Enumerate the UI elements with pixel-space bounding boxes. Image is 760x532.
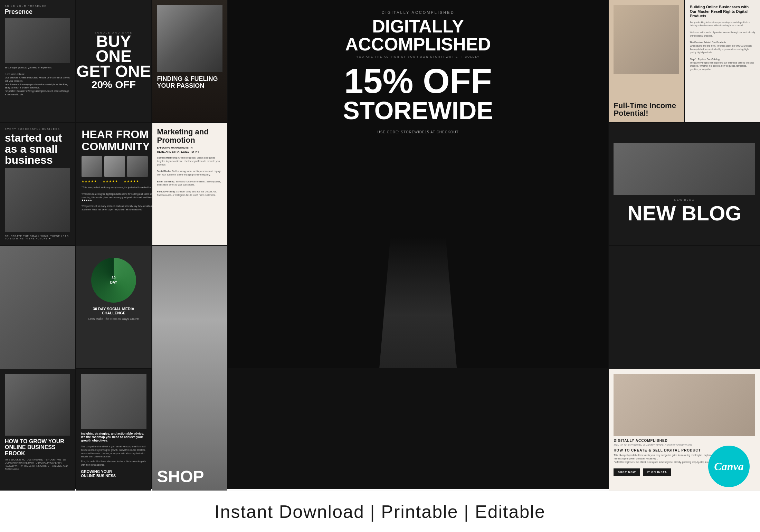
- every-biz-tag: EVERY SUCCESSFUL BUSINESS: [5, 128, 70, 130]
- grow2-title: insights, strategies, and actionable adv…: [81, 432, 146, 442]
- card-finding: FINDING & FUELING YOUR PASSION: [152, 0, 227, 122]
- bottom-tagline: Instant Download | Printable | Editable: [215, 501, 545, 522]
- bogo-off-text: 20% OFF: [92, 79, 136, 91]
- fulltime-photo: [614, 5, 679, 74]
- card-small-biz: EVERY SUCCESSFUL BUSINESS started out as…: [0, 123, 75, 245]
- da-insta-title: DIGITALLY ACCOMPLISHED: [614, 439, 755, 443]
- shop-lady-bg: [152, 246, 227, 491]
- canva-badge[interactable]: Canva: [708, 446, 750, 487]
- day30-inner-label: 30DAY: [110, 276, 117, 285]
- presence-image: [5, 18, 70, 63]
- da-insta-photo: [614, 374, 755, 436]
- nb-statue-photo: [614, 143, 755, 195]
- card-marketing: Marketing and Promotion EFFECTIVE MARKET…: [152, 123, 227, 245]
- presence-body: ell our digital products, you need an le…: [5, 66, 70, 96]
- card-shop-lady: SHOP: [152, 246, 227, 491]
- nb-pretitle: NEW BLOG: [674, 198, 695, 201]
- stars-3: ★★★★★: [124, 180, 139, 183]
- da-on-insta-btn[interactable]: IT ON INSTA: [643, 468, 671, 476]
- person-silhouette: [363, 237, 473, 368]
- mktg-effective: EFFECTIVE MARKETING IS TH: [157, 146, 222, 149]
- building-body: Are you looking to transform your entrep…: [690, 21, 755, 71]
- nb-title: NEW BLOG: [627, 201, 741, 225]
- da-shop-now-btn[interactable]: SHOP NOW: [614, 468, 640, 476]
- storewide-text: STOREWIDE: [343, 96, 493, 125]
- stars-2: ★★★★★: [103, 180, 118, 183]
- thumb-3: [127, 156, 148, 177]
- mosaic-grid: BUILD YOUR PRESENCE Presence ell our dig…: [0, 0, 760, 489]
- finding-image: [157, 5, 222, 72]
- card-grow2: insights, strategies, and actionable adv…: [76, 369, 151, 491]
- shop-big-label: SHOP: [157, 467, 222, 486]
- stars-1: ★★★★★: [82, 180, 97, 183]
- bottom-bar: Instant Download | Printable | Editable: [0, 491, 760, 532]
- mktg-strategies: HERE ARE STRATEGIES TO PR: [157, 150, 222, 153]
- mktg-title: Marketing and Promotion: [157, 128, 222, 144]
- discount-pct: 15% OFF: [344, 65, 492, 96]
- card-ebook: HOW TO GROW YOUR ONLINE BUSINESS EBOOK T…: [0, 369, 75, 491]
- sb-celebrate: CELEBRATE THE SMALL WINS, THESE LEAD TO …: [5, 235, 70, 240]
- presence-tag: BUILD YOUR PRESENCE: [5, 5, 70, 7]
- card-main-center: DIGITALLY ACCOMPLISHED DIGITALLYACCOMPLI…: [228, 0, 608, 368]
- day30-circle: 30DAY: [91, 258, 136, 303]
- canva-label: Canva: [714, 460, 743, 473]
- ebook-sub: THIS EBOOK IS NOT JUST A GUIDE; IT'S YOU…: [5, 458, 70, 471]
- da-big-title: DIGITALLYACCOMPLISHED: [345, 17, 491, 53]
- da-logo: DIGITALLY ACCOMPLISHED: [382, 10, 455, 15]
- sb-image: [5, 168, 70, 232]
- growing-online-title: GROWING YOURONLINE BUSINESS: [81, 469, 146, 478]
- card-building: Building Online Businesses with Our Mast…: [685, 0, 760, 122]
- finding-label: FINDING & FUELING YOUR PASSION: [157, 76, 222, 89]
- card-new-blog: NEW BLOG NEW BLOG: [609, 123, 760, 245]
- grow-photo: [0, 246, 75, 381]
- day30-title: 30 DAY SOCIAL MEDIA CHALLENGE: [81, 307, 146, 315]
- fulltime-title: Full-Time Income Potential!: [614, 102, 679, 117]
- da-tagline: YOU ARE THE AUTHOR OF YOUR OWN STORY; WR…: [357, 55, 480, 58]
- card-30day-challenge: 30DAY 30 DAY SOCIAL MEDIA CHALLENGE Let'…: [76, 246, 151, 368]
- ebook-photo: [5, 374, 70, 436]
- grow2-photo: [81, 374, 146, 429]
- bogo-main-text: BUY ONE GET ONE: [76, 34, 151, 79]
- shop-overlay: SHOP: [152, 462, 227, 491]
- sb-title: started out as a small business: [5, 132, 70, 165]
- ebook-title: HOW TO GROW YOUR ONLINE BUSINESS EBOOK: [5, 438, 70, 457]
- card-fulltime: Full-Time Income Potential!: [609, 0, 684, 122]
- thumb-1: [82, 156, 102, 177]
- thumb-2: [104, 156, 125, 177]
- building-title: Building Online Businesses with Our Mast…: [690, 5, 755, 19]
- card-bogo: BUNDLE AND SAVE BUY ONE GET ONE 20% OFF: [76, 0, 151, 122]
- day30-subtitle: Let's Make The Next 30 Days Count!: [88, 317, 139, 321]
- card-presence: BUILD YOUR PRESENCE Presence ell our dig…: [0, 0, 75, 122]
- mktg-content: Content Marketing: Create blog posts, vi…: [157, 156, 222, 197]
- use-code-text: USE CODE: STOREWIDE15 AT CHECKOUT: [378, 130, 459, 134]
- grow2-body: This comprehensive eBook is your secret …: [81, 445, 146, 467]
- presence-title: Presence: [5, 9, 70, 16]
